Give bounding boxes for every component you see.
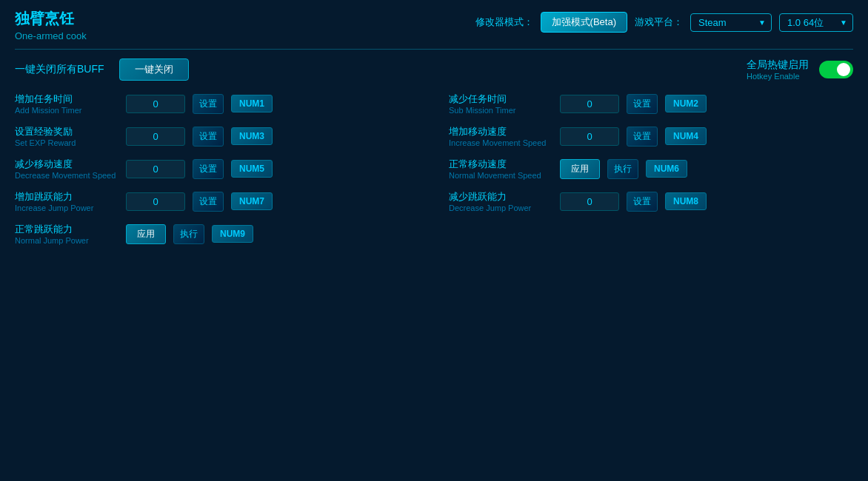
row-cn-right-3: 减少跳跃能力 [449,190,552,204]
value-input-left-2[interactable] [126,160,185,178]
row-cn-right-1: 增加移动速度 [449,125,552,138]
row-en-left-2: Decrease Movement Speed [15,171,118,180]
value-input-left-0[interactable] [126,95,185,113]
app-container: 独臂烹饪 One-armed cook 修改器模式： 加强模式(Beta) 游戏… [0,0,868,481]
set-btn-right-0[interactable]: 设置 [627,94,658,114]
platform-label: 游戏平台： [635,16,683,29]
hotkey-label-en: Hotkey Enable [747,72,809,81]
row-label-right-1: 增加移动速度 Increase Movement Speed [449,125,552,147]
row-cn-left-1: 设置经验奖励 [15,125,118,138]
version-select[interactable]: 1.0 64位 [779,13,853,32]
version-select-wrapper: 1.0 64位 ▼ [779,13,853,32]
set-btn-left-1[interactable]: 设置 [193,127,224,147]
row-en-left-4: Normal Jump Power [15,236,118,245]
close-all-button[interactable]: 一键关闭 [119,58,189,81]
platform-select-wrapper: Steam ▼ [690,13,772,32]
rows-container: 增加任务时间 Add Mission Timer 设置 NUM1 减少任务时间 … [15,92,853,245]
row-cn-right-2: 正常移动速度 [449,158,552,171]
row-en-right-1: Increase Movement Speed [449,138,552,147]
row-label-left-0: 增加任务时间 Add Mission Timer [15,92,118,115]
row-left-2: 减少移动速度 Decrease Movement Speed 设置 NUM5 [15,158,419,180]
header: 独臂烹饪 One-armed cook 修改器模式： 加强模式(Beta) 游戏… [0,0,868,46]
mode-button[interactable]: 加强模式(Beta) [541,12,627,33]
app-title-en: One-armed cook [15,30,87,41]
value-input-left-3[interactable] [126,192,185,211]
platform-select[interactable]: Steam [690,13,772,32]
row-right-0: 减少任务时间 Sub Mission Timer 设置 NUM2 [449,92,853,115]
key-badge-left-2: NUM5 [231,160,273,178]
row-label-left-3: 增加跳跃能力 Increase Jump Power [15,190,118,212]
key-badge-right-0: NUM2 [665,95,707,112]
row-left-4: 正常跳跃能力 Normal Jump Power 应用 执行 NUM9 [15,223,419,245]
value-input-right-1[interactable] [560,127,619,146]
hotkey-section: 全局热键启用 Hotkey Enable [747,58,853,81]
key-badge-left-3: NUM7 [231,192,273,210]
row-right-4 [449,223,853,245]
toggle-slider [819,61,853,78]
hotkey-toggle[interactable] [819,61,853,78]
row-label-left-2: 减少移动速度 Decrease Movement Speed [15,158,118,180]
row-right-1: 增加移动速度 Increase Movement Speed 设置 NUM4 [449,125,853,147]
row-label-right-0: 减少任务时间 Sub Mission Timer [449,92,552,115]
row-en-left-0: Add Mission Timer [15,106,118,115]
value-input-right-3[interactable] [560,192,619,211]
close-all-section: 一键关闭所有BUFF 一键关闭 [15,58,189,81]
key-badge-left-4: NUM9 [212,225,253,243]
row-left-1: 设置经验奖励 Set EXP Reward 设置 NUM3 [15,125,419,147]
apply-btn-right-2[interactable]: 应用 [560,159,600,179]
row-cn-left-4: 正常跳跃能力 [15,223,118,236]
row-label-left-4: 正常跳跃能力 Normal Jump Power [15,223,118,245]
exec-btn-left-4[interactable]: 执行 [173,224,204,244]
mode-label: 修改器模式： [475,16,533,29]
row-en-left-1: Set EXP Reward [15,138,118,147]
set-btn-right-3[interactable]: 设置 [627,192,658,212]
row-en-left-3: Increase Jump Power [15,204,118,212]
header-right: 修改器模式： 加强模式(Beta) 游戏平台： Steam ▼ 1.0 64位 … [475,12,853,33]
set-btn-right-1[interactable]: 设置 [627,127,658,147]
set-btn-left-3[interactable]: 设置 [193,192,224,212]
hotkey-label-cn: 全局热键启用 [747,58,809,72]
row-label-left-1: 设置经验奖励 Set EXP Reward [15,125,118,147]
app-title-cn: 独臂烹饪 [15,9,87,29]
close-all-label: 一键关闭所有BUFF [15,63,104,76]
row-left-3: 增加跳跃能力 Increase Jump Power 设置 NUM7 [15,190,419,212]
key-badge-right-1: NUM4 [665,127,707,145]
row-en-right-2: Normal Movement Speed [449,171,552,180]
key-badge-left-0: NUM1 [231,95,273,112]
key-badge-right-3: NUM8 [665,192,707,210]
row-cn-left-2: 减少移动速度 [15,158,118,171]
row-left-0: 增加任务时间 Add Mission Timer 设置 NUM1 [15,92,419,115]
row-cn-left-0: 增加任务时间 [15,92,118,106]
row-right-3: 减少跳跃能力 Decrease Jump Power 设置 NUM8 [449,190,853,212]
row-right-2: 正常移动速度 Normal Movement Speed 应用 执行 NUM6 [449,158,853,180]
exec-btn-right-2[interactable]: 执行 [607,159,638,179]
header-divider [15,49,853,50]
hotkey-label: 全局热键启用 Hotkey Enable [747,58,809,81]
key-badge-right-2: NUM6 [646,160,687,178]
row-en-right-3: Decrease Jump Power [449,204,552,212]
row-cn-left-3: 增加跳跃能力 [15,190,118,204]
top-row: 一键关闭所有BUFF 一键关闭 全局热键启用 Hotkey Enable [15,58,853,81]
set-btn-left-0[interactable]: 设置 [193,94,224,114]
title-block: 独臂烹饪 One-armed cook [15,9,87,41]
apply-btn-left-4[interactable]: 应用 [126,224,166,244]
row-label-right-2: 正常移动速度 Normal Movement Speed [449,158,552,180]
cheat-grid: 增加任务时间 Add Mission Timer 设置 NUM1 减少任务时间 … [15,92,853,245]
set-btn-left-2[interactable]: 设置 [193,159,224,179]
value-input-right-0[interactable] [560,95,619,113]
content: 一键关闭所有BUFF 一键关闭 全局热键启用 Hotkey Enable 增加任… [0,53,868,251]
row-cn-right-0: 减少任务时间 [449,92,552,106]
key-badge-left-1: NUM3 [231,127,273,145]
row-label-right-3: 减少跳跃能力 Decrease Jump Power [449,190,552,212]
row-en-right-0: Sub Mission Timer [449,106,552,115]
value-input-left-1[interactable] [126,127,185,146]
